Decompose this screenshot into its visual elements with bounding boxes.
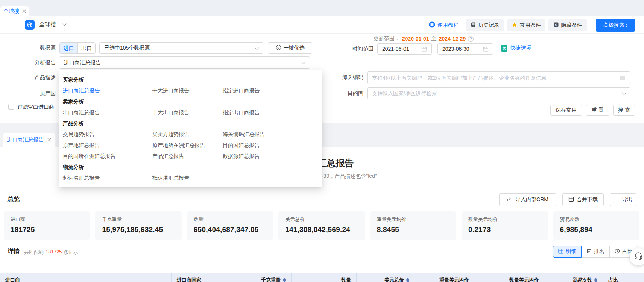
dropdown-item[interactable]: 原产地汇总报告 xyxy=(63,142,152,149)
dropdown-item[interactable]: 出口商汇总报告 xyxy=(63,109,152,116)
filter-blank-label[interactable]: 过滤空白进口商 xyxy=(17,104,54,111)
browser-tab-bar: 全球搜 xyxy=(0,0,644,16)
chevron-down-icon[interactable] xyxy=(62,21,67,26)
column-label: 进口商 xyxy=(5,277,20,282)
grid-icon xyxy=(558,249,564,255)
view-ranking[interactable]: 排名 xyxy=(581,246,610,258)
customer-service-button[interactable] xyxy=(630,248,644,265)
header-divider xyxy=(591,21,591,30)
history-button[interactable]: 历史记录 xyxy=(466,19,504,31)
column-quantity[interactable]: 数量 xyxy=(292,273,357,282)
destination-input[interactable] xyxy=(368,90,623,96)
column-usd-per-qty[interactable]: 数量美元均价 xyxy=(474,273,544,282)
destination-field[interactable] xyxy=(367,87,630,99)
merge-download-label: 合并下载 xyxy=(577,196,598,203)
merge-download-button[interactable]: 合并下载 xyxy=(562,193,604,206)
calendar-icon xyxy=(422,46,427,52)
hide-conditions-button[interactable]: 隐藏条件 xyxy=(548,19,587,31)
list-icon[interactable] xyxy=(620,76,626,80)
advanced-search-button[interactable]: 高级搜索 › xyxy=(596,19,635,32)
close-icon[interactable] xyxy=(47,138,51,142)
reset-button[interactable]: 重 置 xyxy=(586,105,609,116)
dropdown-item[interactable]: 十大出口商报告 xyxy=(152,109,223,116)
sort-icon[interactable] xyxy=(406,278,409,282)
date-end-input[interactable] xyxy=(438,46,483,52)
column-kg-weight[interactable]: 千克重量 xyxy=(232,273,292,282)
data-source-select[interactable]: 已选中105个数据源 xyxy=(99,42,263,54)
column-label: 数量美元均价 xyxy=(509,277,539,282)
export-label: 导出 xyxy=(622,196,632,203)
view-ranking-label: 排名 xyxy=(594,248,605,255)
close-icon[interactable] xyxy=(22,9,26,13)
segment-import[interactable]: 进口 xyxy=(60,43,77,53)
dropdown-item[interactable]: 指定进口商报告 xyxy=(223,88,319,94)
sort-icon[interactable] xyxy=(283,278,286,282)
update-range: 更新范围： 2020-01-01 至 2024-12-29 ? xyxy=(374,35,474,42)
stat-value: 8.8455 xyxy=(377,226,450,234)
column-usd-total[interactable]: 美元总价 xyxy=(357,273,415,282)
date-range-separator: – xyxy=(433,45,436,51)
data-source-label: 数据源 xyxy=(22,45,56,52)
segment-export[interactable]: 出口 xyxy=(77,43,95,53)
dropdown-item[interactable]: 原产地所在洲汇总报告 xyxy=(152,142,223,149)
date-start-input[interactable] xyxy=(378,46,422,52)
optimize-label: 一键优选 xyxy=(284,45,305,52)
update-range-joiner: 至 xyxy=(431,35,437,42)
product-desc-label: 产品描述 xyxy=(22,74,56,81)
column-trade-count[interactable]: 贸易次数 xyxy=(544,273,603,282)
dropdown-item[interactable]: 抵达港汇总报告 xyxy=(152,175,223,182)
dropdown-item[interactable]: 数据源汇总报告 xyxy=(223,153,319,160)
hs-code-field[interactable] xyxy=(367,71,630,84)
one-click-optimize-button[interactable]: 一键优选 xyxy=(268,42,312,54)
browser-tab-global-search[interactable]: 全球搜 xyxy=(0,6,29,16)
column-label: 占比 xyxy=(608,277,618,282)
sort-icon[interactable] xyxy=(594,278,597,282)
dropdown-item[interactable]: 十大进口商报告 xyxy=(152,88,223,94)
dropdown-item[interactable]: 进口商汇总报告 xyxy=(63,88,152,94)
column-usd-per-weight[interactable]: 重量美元均价 xyxy=(415,273,474,282)
stat-card-trade-count: 贸易次数 6,985,894 xyxy=(553,211,639,240)
date-end-field[interactable] xyxy=(437,43,493,55)
dropdown-item[interactable]: 起运港汇总报告 xyxy=(63,175,152,182)
result-tab-title: 进口商汇总报告 xyxy=(7,136,44,143)
date-start-field[interactable] xyxy=(377,43,432,55)
destination-label: 目的国 xyxy=(333,90,363,97)
merge-download-icon xyxy=(568,196,574,203)
favorites-button[interactable]: 常用条件 xyxy=(507,19,545,31)
dropdown-item[interactable]: 目的国汇总报告 xyxy=(223,142,319,149)
history-icon xyxy=(471,22,476,29)
app-root: 全球搜 全球搜 使用教程 历史记录 常用条件 xyxy=(0,0,644,282)
save-conditions-button[interactable]: 保存常用 xyxy=(550,105,582,116)
view-detail[interactable]: 明细 xyxy=(553,246,582,258)
stat-value: 181725 xyxy=(11,226,83,234)
column-proportion[interactable]: 占比 xyxy=(603,273,644,282)
column-importer[interactable]: 进口商 xyxy=(0,273,172,282)
search-button[interactable]: 搜 索 xyxy=(613,105,635,116)
dropdown-group-title: 卖家分析 xyxy=(63,96,319,107)
column-importer-country[interactable]: 进口商国家 xyxy=(172,273,232,282)
dropdown-item[interactable]: 指定出口商报告 xyxy=(223,109,319,116)
app-header: 全球搜 使用教程 历史记录 常用条件 隐藏条件 xyxy=(0,16,644,34)
pie-icon xyxy=(615,249,620,255)
dropdown-item[interactable]: 目的国所在洲汇总报告 xyxy=(63,153,152,160)
quick-options-link[interactable]: ⌘ 快捷选项 xyxy=(501,45,531,52)
import-crm-button[interactable]: 导入内部CRM xyxy=(499,193,556,206)
export-button[interactable]: 导出 xyxy=(610,193,636,206)
help-icon[interactable]: ? xyxy=(468,36,474,42)
dropdown-item[interactable]: 买卖方趋势报告 xyxy=(152,131,223,138)
tutorial-link[interactable]: 使用教程 xyxy=(429,21,459,29)
search-label: 搜 索 xyxy=(618,107,630,114)
filter-blank-checkbox[interactable] xyxy=(8,104,14,110)
dropdown-item[interactable]: 产品汇总报告 xyxy=(152,153,223,160)
stat-label: 千克重量 xyxy=(102,216,175,223)
match-suffix: 条记录 xyxy=(64,249,78,256)
dropdown-item[interactable]: 海关编码汇总报告 xyxy=(223,131,319,138)
report-type-select[interactable]: 进口商汇总报告 xyxy=(59,56,310,69)
chevron-down-icon xyxy=(255,45,259,50)
hide-conditions-icon xyxy=(553,22,559,29)
stat-label: 贸易次数 xyxy=(560,216,633,223)
column-label: 贸易次数 xyxy=(573,277,592,282)
dropdown-item[interactable]: 交易趋势报告 xyxy=(63,131,152,138)
result-tab-importer-summary[interactable]: 进口商汇总报告 xyxy=(3,133,55,147)
hs-code-input[interactable] xyxy=(368,75,620,81)
